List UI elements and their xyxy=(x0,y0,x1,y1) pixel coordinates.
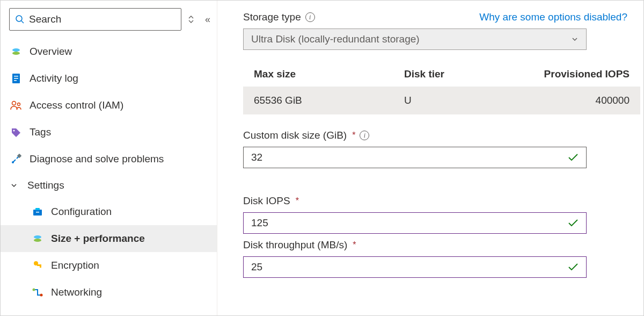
required-indicator: * xyxy=(352,131,355,140)
chevron-down-icon xyxy=(10,182,18,189)
sidebar: Search « Overview Activity log Access co… xyxy=(1,1,217,315)
custom-size-label: Custom disk size (GiB) xyxy=(243,130,347,141)
svg-rect-19 xyxy=(37,264,41,266)
diagnose-icon xyxy=(10,154,22,164)
search-row: Search « xyxy=(1,1,217,38)
disk-tier-table: Max size Disk tier Provisioned IOPS 6553… xyxy=(243,62,640,114)
table-header: Max size Disk tier Provisioned IOPS xyxy=(243,62,640,87)
sidebar-item-label: Configuration xyxy=(51,206,112,218)
disk-iops-label: Disk IOPS xyxy=(243,195,290,207)
sidebar-item-label: Diagnose and solve problems xyxy=(30,153,164,165)
col-header-tier: Disk tier xyxy=(404,68,528,80)
sidebar-item-label: Overview xyxy=(30,46,72,58)
svg-point-0 xyxy=(16,16,22,21)
sidebar-item-label: Networking xyxy=(51,286,102,298)
sidebar-item-overview[interactable]: Overview xyxy=(1,38,217,65)
check-icon xyxy=(568,153,579,162)
disk-throughput-value: 25 xyxy=(251,261,262,273)
sidebar-item-configuration[interactable]: Configuration xyxy=(1,198,217,225)
collapse-icon[interactable]: « xyxy=(205,14,210,25)
sidebar-item-label: Activity log xyxy=(30,73,78,84)
sidebar-group-settings[interactable]: Settings xyxy=(1,173,217,198)
cell-iops: 400000 xyxy=(528,95,630,106)
info-icon[interactable]: i xyxy=(360,131,369,140)
svg-point-16 xyxy=(34,235,41,239)
sidebar-item-label: Encryption xyxy=(51,260,99,271)
cell-tier: U xyxy=(404,95,528,106)
storage-type-value: Ultra Disk (locally-redundant storage) xyxy=(251,33,420,45)
search-placeholder: Search xyxy=(29,13,61,25)
svg-rect-15 xyxy=(36,212,39,213)
col-header-size: Max size xyxy=(254,68,404,80)
svg-line-1 xyxy=(21,21,24,23)
storage-type-label: Storage type xyxy=(243,11,301,23)
help-link[interactable]: Why are some options disabled? xyxy=(479,11,627,23)
search-icon xyxy=(15,15,25,24)
access-control-icon xyxy=(10,100,22,111)
sidebar-item-encryption[interactable]: Encryption xyxy=(1,252,217,279)
sidebar-item-diagnose[interactable]: Diagnose and solve problems xyxy=(1,146,217,173)
svg-rect-6 xyxy=(14,78,18,79)
col-header-iops: Provisioned IOPS xyxy=(528,68,630,80)
custom-size-input[interactable]: 32 xyxy=(243,147,587,168)
disk-iops-value: 125 xyxy=(251,217,268,229)
custom-size-value: 32 xyxy=(251,152,262,163)
disk-throughput-label: Disk throughput (MB/s) xyxy=(243,239,347,251)
configuration-icon xyxy=(32,207,43,217)
sidebar-item-label: Size + performance xyxy=(51,233,145,245)
check-icon xyxy=(568,219,579,227)
sidebar-item-activity-log[interactable]: Activity log xyxy=(1,65,217,92)
sidebar-item-access-control[interactable]: Access control (IAM) xyxy=(1,92,217,119)
overview-icon xyxy=(10,46,22,57)
svg-point-17 xyxy=(34,239,41,242)
table-row[interactable]: 65536 GiB U 400000 xyxy=(243,87,640,114)
sidebar-group-label: Settings xyxy=(27,179,64,191)
svg-rect-5 xyxy=(14,76,18,77)
svg-rect-20 xyxy=(40,266,41,268)
storage-type-select[interactable]: Ultra Disk (locally-redundant storage) xyxy=(243,28,587,50)
main-content: Storage type i Why are some options disa… xyxy=(217,1,643,315)
sidebar-item-size-performance[interactable]: Size + performance xyxy=(1,225,217,252)
svg-point-22 xyxy=(40,294,43,297)
search-input[interactable]: Search xyxy=(9,8,181,31)
sidebar-item-tags[interactable]: Tags xyxy=(1,119,217,146)
svg-point-21 xyxy=(33,289,35,291)
size-performance-icon xyxy=(32,233,43,244)
svg-point-10 xyxy=(13,130,15,132)
svg-point-3 xyxy=(12,52,20,55)
svg-point-2 xyxy=(12,48,20,52)
required-indicator: * xyxy=(296,196,299,206)
activity-log-icon xyxy=(10,73,22,84)
svg-rect-14 xyxy=(35,208,40,210)
svg-rect-7 xyxy=(14,80,17,81)
encryption-icon xyxy=(32,260,43,271)
info-icon[interactable]: i xyxy=(305,12,315,22)
disk-iops-input[interactable]: 125 xyxy=(243,212,587,234)
networking-icon xyxy=(32,288,43,297)
tags-icon xyxy=(10,127,22,137)
check-icon xyxy=(568,263,579,271)
svg-point-9 xyxy=(18,103,20,106)
required-indicator: * xyxy=(353,240,356,250)
sidebar-item-label: Access control (IAM) xyxy=(30,99,123,111)
chevron-down-icon xyxy=(571,35,579,43)
sidebar-item-label: Tags xyxy=(30,126,51,138)
sort-icon[interactable] xyxy=(187,14,195,25)
disk-throughput-input[interactable]: 25 xyxy=(243,256,587,278)
sidebar-item-networking[interactable]: Networking xyxy=(1,279,217,306)
svg-point-8 xyxy=(12,102,16,105)
cell-size: 65536 GiB xyxy=(254,95,404,106)
svg-point-11 xyxy=(12,161,14,163)
